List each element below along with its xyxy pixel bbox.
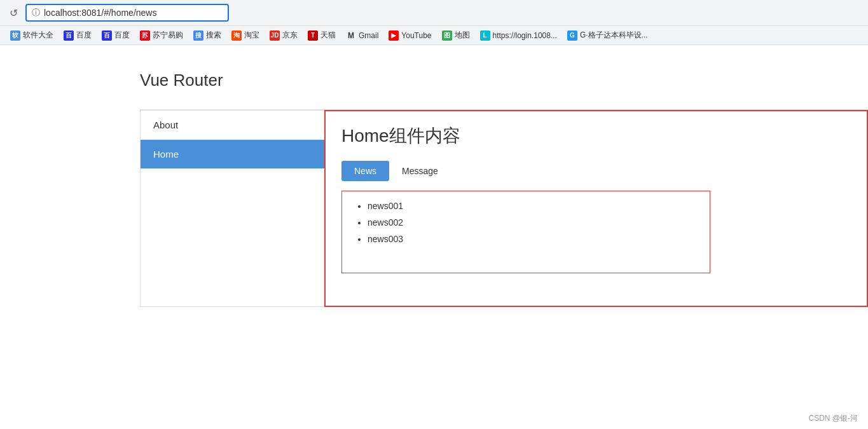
bookmark-tmall[interactable]: T天猫 (304, 29, 340, 42)
tab-message[interactable]: Message (389, 161, 451, 181)
bookmark-label-login: https://login.1008... (493, 31, 557, 40)
bookmark-label-taobao: 淘宝 (244, 30, 259, 41)
bookmark-jd[interactable]: JD京东 (266, 29, 301, 42)
bookmark-baidu2[interactable]: 百百度 (98, 29, 134, 42)
bookmark-icon-gmail: M (346, 31, 356, 41)
reload-button[interactable]: ↺ (6, 6, 20, 20)
info-icon: ⓘ (32, 7, 40, 18)
bookmark-icon-gezida: G (567, 31, 577, 41)
bookmark-icon-jd: JD (270, 31, 280, 41)
component-title: Home组件内容 (341, 124, 851, 148)
bookmark-label-baidu2: 百度 (114, 30, 130, 41)
news-list: news001 news002 news003 (355, 201, 697, 244)
news-item-1: news001 (368, 201, 697, 211)
bookmark-label-tmall: 天猫 (320, 30, 336, 41)
bookmark-label-ruan: 软件大全 (23, 30, 53, 41)
bookmark-map[interactable]: 图地图 (438, 29, 474, 42)
bookmark-label-jd: 京东 (282, 30, 298, 41)
bookmark-baidu1[interactable]: 百百度 (60, 29, 95, 42)
bookmark-icon-map: 图 (442, 31, 452, 41)
left-nav: About Home (140, 110, 324, 307)
bookmark-icon-tmall: T (308, 31, 318, 41)
bookmark-icon-taobao: 淘 (231, 31, 242, 41)
tab-news[interactable]: News (341, 161, 389, 181)
address-bar-row: ↺ ⓘ localhost:8081/#/home/news (0, 0, 868, 25)
bookmark-gmail[interactable]: MGmail (342, 29, 382, 42)
page-title: Vue Router (140, 71, 868, 90)
bookmark-icon-baidu2: 百 (102, 31, 112, 41)
news-list-area: news001 news002 news003 (341, 191, 710, 273)
bookmark-icon-youtube: ▶ (389, 31, 399, 41)
address-bar[interactable]: ⓘ localhost:8081/#/home/news (25, 4, 229, 22)
browser-chrome: ↺ ⓘ localhost:8081/#/home/news 软软件大全百百度百… (0, 0, 868, 45)
bookmark-label-map: 地图 (455, 30, 470, 41)
bookmark-gezida[interactable]: GG·格子达本科毕设... (563, 29, 652, 42)
bookmark-youtube[interactable]: ▶YouTube (385, 29, 435, 42)
bookmark-label-gezida: G·格子达本科毕设... (580, 30, 648, 41)
bookmark-icon-ruan: 软 (10, 31, 20, 41)
bookmark-icon-login: L (480, 31, 490, 41)
bookmark-label-baidu1: 百度 (76, 30, 92, 41)
bookmark-label-gmail: Gmail (359, 31, 378, 40)
bookmark-label-search: 搜索 (206, 30, 221, 41)
url-text: localhost:8081/#/home/news (44, 8, 156, 18)
bookmark-label-youtube: YouTube (401, 31, 431, 40)
news-item-2: news002 (368, 217, 697, 228)
bookmark-login[interactable]: Lhttps://login.1008... (476, 29, 561, 42)
bookmark-search[interactable]: 搜搜索 (189, 29, 225, 42)
page-content: Vue Router About Home Home组件内容 News Mess… (0, 45, 868, 332)
bookmark-icon-baidu1: 百 (64, 31, 74, 41)
bookmark-ruan[interactable]: 软软件大全 (6, 29, 57, 42)
nav-item-about[interactable]: About (141, 111, 324, 140)
bookmark-label-suning: 苏宁易购 (153, 30, 183, 41)
bookmark-icon-suning: 苏 (140, 31, 150, 41)
right-content: Home组件内容 News Message news001 news002 ne… (324, 110, 868, 307)
main-layout: About Home Home组件内容 News Message news001… (140, 109, 868, 307)
bookmarks-bar: 软软件大全百百度百百度苏苏宁易购搜搜索淘淘宝JD京东T天猫MGmail▶YouT… (0, 25, 868, 44)
nav-item-home[interactable]: Home (141, 140, 324, 169)
tabs-row: News Message (341, 161, 851, 181)
bookmark-icon-search: 搜 (193, 31, 203, 41)
bookmark-suning[interactable]: 苏苏宁易购 (136, 29, 187, 42)
news-item-3: news003 (368, 234, 697, 244)
bookmark-taobao[interactable]: 淘淘宝 (228, 29, 263, 42)
